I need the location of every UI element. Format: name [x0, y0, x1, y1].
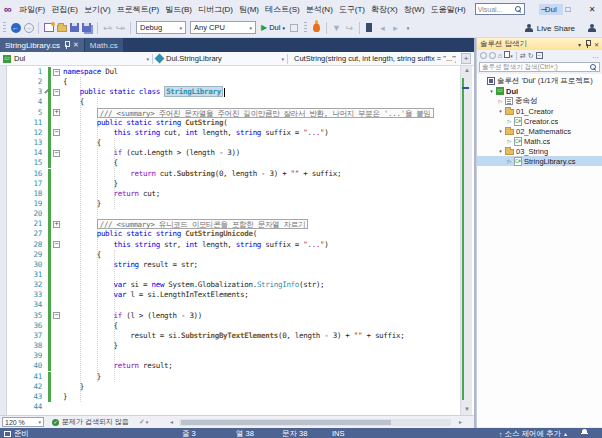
- menu-item[interactable]: 편집(E): [48, 2, 81, 17]
- menu-item[interactable]: 테스트(S): [262, 2, 303, 17]
- live-share-button[interactable]: Live Share: [537, 24, 575, 33]
- add-to-source-control-button[interactable]: ↑ 소스 제어에 추가 ▲: [499, 429, 568, 438]
- tree-item[interactable]: ▾03_String: [477, 146, 602, 156]
- refresh-icon[interactable]: ↻: [528, 51, 534, 60]
- tree-item[interactable]: ▷C#Math.cs: [477, 136, 602, 146]
- collapsed-arrow-icon[interactable]: ▷: [497, 98, 504, 104]
- pin-icon[interactable]: [585, 40, 590, 48]
- step-into-button[interactable]: ▼: [330, 21, 343, 34]
- fold-collapse-icon[interactable]: −: [53, 241, 60, 248]
- toolbar-grip[interactable]: [304, 22, 307, 34]
- bookmark-next-button[interactable]: ▸: [389, 21, 402, 34]
- maximize-button[interactable]: □: [562, 5, 574, 14]
- hot-reload-button[interactable]: [310, 21, 323, 34]
- minimize-button[interactable]: ─: [538, 5, 550, 14]
- expanded-arrow-icon[interactable]: ▾: [497, 148, 504, 154]
- tree-item[interactable]: 솔루션 'Dul' (1/1개 프로젝트): [477, 76, 602, 86]
- close-button[interactable]: ✕: [586, 5, 598, 14]
- solution-configuration-dropdown[interactable]: Debug▾: [136, 21, 186, 34]
- fold-collapse-icon[interactable]: −: [53, 150, 60, 157]
- tree-item[interactable]: ▾01_Creator: [477, 106, 602, 116]
- fold-expand-icon[interactable]: +: [53, 221, 60, 228]
- solution-platform-dropdown[interactable]: Any CPU▾: [190, 21, 256, 34]
- explorer-back-button[interactable]: [480, 52, 487, 59]
- breadcrumb-project-dropdown[interactable]: C# Dul ▾: [0, 52, 152, 66]
- save-all-button[interactable]: [81, 21, 94, 34]
- menu-item[interactable]: 팀(M): [236, 2, 262, 17]
- menu-item[interactable]: 빌드(B): [162, 2, 195, 17]
- scroll-left-icon[interactable]: ◂: [170, 418, 173, 427]
- code-cleanup-button[interactable]: ✓▾: [139, 418, 148, 426]
- tree-item[interactable]: ▷C#StringLibrary.cs: [477, 156, 602, 166]
- menu-item[interactable]: 디버그(D): [195, 2, 236, 17]
- code-health-indicator[interactable]: ✓ 문제가 검색되지 않음: [52, 417, 129, 427]
- save-button[interactable]: [68, 21, 81, 34]
- collapsed-comment-box[interactable]: /// <summary> 유니코드 이모티콘을 포함한 문자열 자르기: [97, 219, 308, 229]
- code-editor[interactable]: 1−namespace Dul2{3−public static class S…: [0, 66, 474, 415]
- tab-pin-icon[interactable]: [64, 41, 69, 49]
- tree-item[interactable]: ▷종속성: [477, 96, 602, 106]
- navigate-forward-button[interactable]: →: [22, 21, 35, 34]
- collapse-all-button[interactable]: −: [536, 52, 543, 59]
- horizontal-scrollbar[interactable]: ◂ ▸: [170, 418, 462, 427]
- toolbar-grip[interactable]: [3, 22, 6, 34]
- navigate-back-button[interactable]: ←: [9, 21, 22, 34]
- document-tab[interactable]: Math.cs: [85, 38, 123, 52]
- explorer-forward-button[interactable]: [489, 52, 496, 59]
- fold-collapse-icon[interactable]: −: [53, 312, 60, 319]
- fold-collapse-icon[interactable]: −: [53, 69, 60, 76]
- menu-item[interactable]: 창(W): [401, 2, 428, 17]
- panel-close-icon[interactable]: ✕: [594, 41, 599, 48]
- expanded-arrow-icon[interactable]: ▾: [497, 108, 504, 114]
- editor-zoom-dropdown[interactable]: 120 %▾: [2, 417, 44, 427]
- menu-item[interactable]: 보기(V): [81, 2, 114, 17]
- hscroll-thumb[interactable]: [181, 420, 391, 425]
- sync-with-active-document-button[interactable]: ⇄: [520, 51, 526, 60]
- menu-item[interactable]: 도움말(H): [428, 2, 469, 17]
- scroll-up-icon[interactable]: ▲: [461, 67, 473, 73]
- menu-item[interactable]: 파일(F): [16, 2, 48, 17]
- vertical-scrollbar[interactable]: ▲ ▼: [460, 66, 472, 415]
- scroll-right-icon[interactable]: ▸: [459, 418, 462, 427]
- breadcrumb-member-dropdown[interactable]: CutString(string cut, int length, string…: [288, 52, 456, 66]
- explorer-overflow-button[interactable]: …: [592, 51, 599, 60]
- notifications-bell-icon[interactable]: [581, 429, 588, 436]
- tree-item[interactable]: ▾02_Mathematics: [477, 126, 602, 136]
- fold-collapse-icon[interactable]: −: [53, 129, 60, 136]
- quick-launch-search[interactable]: Visual...: [475, 3, 525, 15]
- open-file-button[interactable]: [55, 21, 68, 34]
- document-tab[interactable]: StringLibrary.cs✕: [0, 38, 84, 52]
- menu-item[interactable]: 확장(X): [368, 2, 401, 17]
- tab-close-icon[interactable]: ✕: [73, 41, 79, 49]
- menu-item[interactable]: 프로젝트(P): [114, 2, 163, 17]
- collapsed-arrow-icon[interactable]: ▷: [506, 138, 513, 144]
- fold-expand-icon[interactable]: +: [53, 109, 60, 116]
- home-icon[interactable]: ⌂: [498, 51, 502, 60]
- window-position-icon[interactable]: ▾: [578, 41, 581, 48]
- attach-to-process-button[interactable]: [288, 21, 301, 34]
- tree-item[interactable]: ▷C#Creator.cs: [477, 116, 602, 126]
- solution-explorer-search[interactable]: 솔루션 탐색기 검색(Ctrl+;): [479, 62, 600, 72]
- step-over-button[interactable]: ↪: [343, 21, 356, 34]
- collapsed-arrow-icon[interactable]: ▷: [506, 118, 513, 124]
- redo-button[interactable]: ↪▾: [114, 21, 127, 34]
- menu-item[interactable]: 도구(T): [336, 2, 368, 17]
- solution-explorer-header[interactable]: 솔루션 탐색기 ▾ ✕: [477, 38, 602, 50]
- expanded-arrow-icon[interactable]: ▾: [497, 128, 504, 134]
- toolbar-overflow-button[interactable]: ▾: [402, 21, 415, 34]
- bookmark-prev-button[interactable]: ◂: [376, 21, 389, 34]
- hscroll-track[interactable]: [179, 419, 451, 426]
- new-project-button[interactable]: [42, 21, 55, 34]
- switch-views-button[interactable]: ▾: [504, 51, 513, 61]
- editor-split-button[interactable]: +: [461, 53, 471, 64]
- collapsed-arrow-icon[interactable]: ▷: [506, 158, 513, 164]
- bookmark-button[interactable]: [363, 21, 376, 34]
- tree-item[interactable]: ▾C#Dul: [477, 86, 602, 96]
- feedback-icon[interactable]: [587, 24, 596, 33]
- start-debugging-button[interactable]: ▶ Dul ▾: [258, 23, 288, 32]
- undo-button[interactable]: ↩▾: [101, 21, 114, 34]
- scroll-down-icon[interactable]: ▼: [461, 406, 473, 412]
- breadcrumb-type-dropdown[interactable]: Dul.StringLibrary ▾: [153, 52, 287, 66]
- expanded-arrow-icon[interactable]: ▾: [488, 88, 495, 94]
- collapsed-comment-box[interactable]: /// <summary> 주어진 문자열을 주어진 길이만큼만 잘라서 반환,…: [97, 108, 434, 118]
